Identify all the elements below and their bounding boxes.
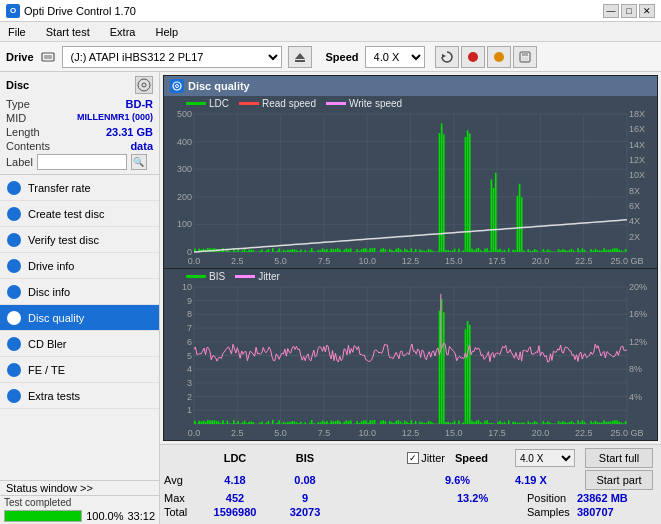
disc-title: Disc — [6, 79, 29, 91]
contents-label: Contents — [6, 140, 50, 152]
speed-selector[interactable]: 4.0 X — [365, 46, 425, 68]
start-full-col: Start full — [585, 448, 657, 468]
avg-bis: 0.08 — [270, 474, 340, 486]
max-label: Max — [164, 492, 200, 504]
start-part-button[interactable]: Start part — [585, 470, 653, 490]
read-speed-legend-label: Read speed — [262, 98, 316, 109]
speed-label: Speed — [326, 51, 359, 63]
menubar: File Start test Extra Help — [0, 22, 661, 42]
app-title: Opti Drive Control 1.70 — [24, 5, 136, 17]
max-ldc: 452 — [200, 492, 270, 504]
disc-panel: Disc Type BD-R MID MILLENMR1 (000) Lengt… — [0, 72, 159, 175]
jitter-checkbox[interactable]: ✓ — [407, 452, 419, 464]
drive-info-icon — [6, 258, 22, 274]
avg-ldc: 4.18 — [200, 474, 270, 486]
svg-point-10 — [138, 79, 150, 91]
disc-icon — [135, 76, 153, 94]
menu-extra[interactable]: Extra — [106, 24, 140, 40]
total-bis: 32073 — [270, 506, 340, 518]
sidebar-item-drive-info[interactable]: Drive info — [0, 253, 159, 279]
write-speed-legend-color — [326, 102, 346, 105]
sidebar-item-verify-test[interactable]: Verify test disc — [0, 227, 159, 253]
total-ldc: 1596980 — [200, 506, 270, 518]
svg-rect-1 — [44, 55, 52, 59]
svg-marker-4 — [442, 54, 446, 58]
total-label: Total — [164, 506, 200, 518]
cd-bler-icon — [6, 336, 22, 352]
label-input[interactable] — [37, 154, 127, 170]
drivebar: Drive (J:) ATAPI iHBS312 2 PL17 Speed 4.… — [0, 42, 661, 72]
read-speed-legend-color — [239, 102, 259, 105]
red-circle-button[interactable] — [461, 46, 485, 68]
svg-point-11 — [142, 83, 146, 87]
stats-max-row: Max 452 9 13.2% Position 23862 MB — [164, 491, 657, 505]
jitter-legend-label: Jitter — [258, 271, 280, 282]
mid-label: MID — [6, 112, 26, 124]
position-label: Position — [527, 492, 577, 504]
max-jitter: 13.2% — [457, 492, 527, 504]
close-button[interactable]: ✕ — [639, 4, 655, 18]
content-area: Disc quality LDC Read speed — [160, 72, 661, 524]
jitter-checkbox-row: ✓ Jitter — [407, 452, 445, 464]
speed-col-header: Speed — [455, 452, 515, 464]
samples-label: Samples — [527, 506, 577, 518]
write-speed-legend-label: Write speed — [349, 98, 402, 109]
save-button[interactable] — [513, 46, 537, 68]
refresh-button[interactable] — [435, 46, 459, 68]
drive-selector[interactable]: (J:) ATAPI iHBS312 2 PL17 — [62, 46, 282, 68]
bis-legend-color — [186, 275, 206, 278]
upper-legend: LDC Read speed Write speed — [186, 98, 402, 109]
svg-point-13 — [176, 85, 179, 88]
bis-legend-label: BIS — [209, 271, 225, 282]
stats-footer: LDC BIS ✓ Jitter Speed 4.0 X Start full — [160, 444, 661, 524]
sidebar-item-transfer-rate[interactable]: Transfer rate — [0, 175, 159, 201]
type-label: Type — [6, 98, 30, 110]
status-window-button[interactable]: Status window >> — [0, 481, 159, 496]
sidebar-item-disc-info[interactable]: Disc info — [0, 279, 159, 305]
svg-point-5 — [468, 52, 478, 62]
sidebar-item-extra-tests[interactable]: Extra tests — [0, 383, 159, 409]
ldc-col-header: LDC — [200, 452, 270, 464]
sidebar-item-cd-bler[interactable]: CD Bler — [0, 331, 159, 357]
minimize-button[interactable]: — — [603, 4, 619, 18]
speed-sel-header: 4.0 X — [515, 449, 585, 467]
ldc-legend-item: LDC — [186, 98, 229, 109]
sidebar-item-create-test[interactable]: Create test disc — [0, 201, 159, 227]
upper-chart-canvas — [164, 96, 657, 268]
progress-bar-outer — [4, 510, 82, 522]
charts-container: LDC Read speed Write speed — [164, 96, 657, 440]
quality-title: Disc quality — [188, 80, 250, 92]
sidebar-item-disc-quality[interactable]: Disc quality — [0, 305, 159, 331]
maximize-button[interactable]: □ — [621, 4, 637, 18]
jitter-legend-item: Jitter — [235, 271, 280, 282]
progress-text: 100.0% — [86, 510, 123, 522]
menu-help[interactable]: Help — [151, 24, 182, 40]
eject-button[interactable] — [288, 46, 312, 68]
quality-panel-icon — [170, 79, 184, 93]
start-full-button[interactable]: Start full — [585, 448, 653, 468]
verify-test-icon — [6, 232, 22, 248]
max-position: 23862 MB — [577, 492, 657, 504]
status-text: Test completed — [4, 497, 71, 508]
extra-tests-icon — [6, 388, 22, 404]
jitter-legend-color — [235, 275, 255, 278]
speed-display-selector[interactable]: 4.0 X — [515, 449, 575, 467]
app-logo: O — [6, 4, 20, 18]
svg-rect-3 — [295, 60, 305, 62]
bis-col-header: BIS — [270, 452, 340, 464]
lower-legend: BIS Jitter — [186, 271, 280, 282]
label-label: Label — [6, 156, 33, 168]
lower-chart: BIS Jitter — [164, 269, 657, 440]
drive-icon — [40, 49, 56, 65]
max-bis: 9 — [270, 492, 340, 504]
orange-circle-button[interactable] — [487, 46, 511, 68]
transfer-rate-icon — [6, 180, 22, 196]
bis-legend-item: BIS — [186, 271, 225, 282]
drive-label: Drive — [6, 51, 34, 63]
write-speed-legend-item: Write speed — [326, 98, 402, 109]
label-set-button[interactable]: 🔍 — [131, 154, 147, 170]
menu-start-test[interactable]: Start test — [42, 24, 94, 40]
menu-file[interactable]: File — [4, 24, 30, 40]
main-area: Disc Type BD-R MID MILLENMR1 (000) Lengt… — [0, 72, 661, 524]
sidebar-item-fe-te[interactable]: FE / TE — [0, 357, 159, 383]
